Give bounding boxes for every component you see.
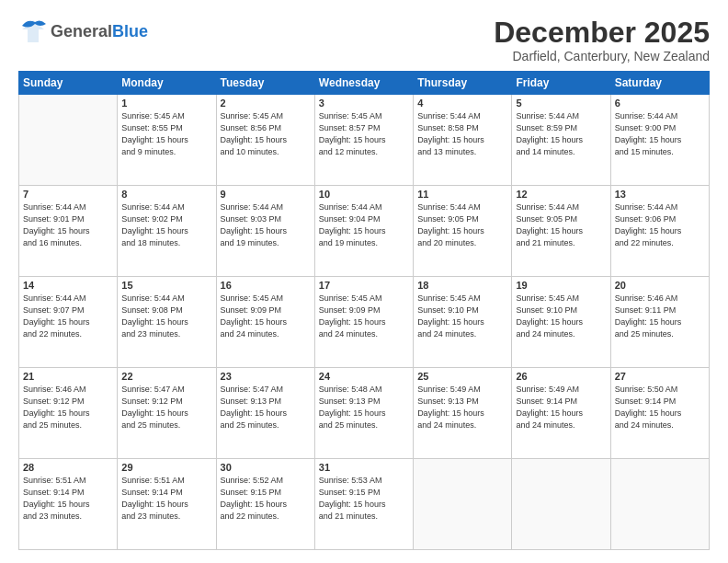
day-info: Sunrise: 5:44 AM Sunset: 9:07 PM Dayligh… — [23, 293, 113, 340]
logo: GeneralBlue — [18, 17, 148, 46]
month-title: December 2025 — [494, 17, 710, 49]
day-number: 18 — [417, 280, 507, 291]
table-row — [610, 459, 709, 550]
table-row: 11Sunrise: 5:44 AM Sunset: 9:05 PM Dayli… — [414, 186, 512, 277]
day-info: Sunrise: 5:45 AM Sunset: 9:10 PM Dayligh… — [417, 293, 507, 340]
table-row: 22Sunrise: 5:47 AM Sunset: 9:12 PM Dayli… — [118, 368, 216, 459]
day-number: 31 — [319, 462, 409, 473]
day-number: 24 — [319, 371, 409, 382]
day-info: Sunrise: 5:44 AM Sunset: 9:03 PM Dayligh… — [221, 201, 311, 249]
day-number: 15 — [121, 280, 211, 291]
logo-svg — [18, 17, 48, 46]
day-number: 2 — [221, 98, 311, 109]
day-info: Sunrise: 5:46 AM Sunset: 9:12 PM Dayligh… — [23, 384, 113, 431]
calendar-week-row: 21Sunrise: 5:46 AM Sunset: 9:12 PM Dayli… — [19, 368, 710, 459]
location: Darfield, Canterbury, New Zealand — [494, 49, 710, 63]
calendar-week-row: 7Sunrise: 5:44 AM Sunset: 9:01 PM Daylig… — [19, 186, 710, 277]
day-number: 6 — [615, 98, 705, 109]
day-number: 30 — [221, 462, 311, 473]
day-info: Sunrise: 5:44 AM Sunset: 9:02 PM Dayligh… — [121, 201, 211, 249]
day-info: Sunrise: 5:49 AM Sunset: 9:13 PM Dayligh… — [417, 384, 507, 431]
table-row: 28Sunrise: 5:51 AM Sunset: 9:14 PM Dayli… — [19, 459, 118, 550]
day-info: Sunrise: 5:44 AM Sunset: 9:08 PM Dayligh… — [121, 293, 211, 340]
calendar-week-row: 28Sunrise: 5:51 AM Sunset: 9:14 PM Dayli… — [19, 459, 710, 550]
day-info: Sunrise: 5:50 AM Sunset: 9:14 PM Dayligh… — [615, 384, 705, 431]
table-row: 12Sunrise: 5:44 AM Sunset: 9:05 PM Dayli… — [512, 186, 610, 277]
table-row: 18Sunrise: 5:45 AM Sunset: 9:10 PM Dayli… — [414, 277, 512, 368]
table-row: 30Sunrise: 5:52 AM Sunset: 9:15 PM Dayli… — [216, 459, 314, 550]
day-info: Sunrise: 5:47 AM Sunset: 9:13 PM Dayligh… — [221, 384, 311, 431]
day-info: Sunrise: 5:45 AM Sunset: 9:10 PM Dayligh… — [516, 293, 606, 340]
table-row — [414, 459, 512, 550]
day-number: 25 — [417, 371, 507, 382]
day-number: 10 — [319, 189, 409, 200]
col-monday: Monday — [118, 72, 216, 95]
day-number: 7 — [23, 189, 113, 200]
day-info: Sunrise: 5:44 AM Sunset: 9:05 PM Dayligh… — [417, 201, 507, 249]
day-info: Sunrise: 5:45 AM Sunset: 9:09 PM Dayligh… — [319, 293, 409, 340]
day-info: Sunrise: 5:48 AM Sunset: 9:13 PM Dayligh… — [319, 384, 409, 431]
table-row: 16Sunrise: 5:45 AM Sunset: 9:09 PM Dayli… — [216, 277, 314, 368]
col-tuesday: Tuesday — [216, 72, 314, 95]
table-row: 2Sunrise: 5:45 AM Sunset: 8:56 PM Daylig… — [216, 95, 314, 186]
day-number: 4 — [417, 98, 507, 109]
day-info: Sunrise: 5:51 AM Sunset: 9:14 PM Dayligh… — [121, 475, 211, 523]
day-info: Sunrise: 5:44 AM Sunset: 9:05 PM Dayligh… — [516, 201, 606, 249]
table-row: 19Sunrise: 5:45 AM Sunset: 9:10 PM Dayli… — [512, 277, 610, 368]
table-row — [512, 459, 610, 550]
table-row: 4Sunrise: 5:44 AM Sunset: 8:58 PM Daylig… — [414, 95, 512, 186]
day-number: 27 — [615, 371, 705, 382]
day-number: 9 — [221, 189, 311, 200]
col-wednesday: Wednesday — [314, 72, 413, 95]
table-row: 26Sunrise: 5:49 AM Sunset: 9:14 PM Dayli… — [512, 368, 610, 459]
day-number: 11 — [417, 189, 507, 200]
page: GeneralBlue December 2025 Darfield, Cant… — [0, 0, 728, 563]
calendar-header-row: Sunday Monday Tuesday Wednesday Thursday… — [19, 72, 710, 95]
table-row: 7Sunrise: 5:44 AM Sunset: 9:01 PM Daylig… — [19, 186, 118, 277]
table-row: 13Sunrise: 5:44 AM Sunset: 9:06 PM Dayli… — [610, 186, 709, 277]
day-info: Sunrise: 5:45 AM Sunset: 8:55 PM Dayligh… — [121, 110, 211, 158]
day-info: Sunrise: 5:45 AM Sunset: 9:09 PM Dayligh… — [221, 293, 311, 340]
day-info: Sunrise: 5:52 AM Sunset: 9:15 PM Dayligh… — [221, 475, 311, 523]
day-info: Sunrise: 5:44 AM Sunset: 8:58 PM Dayligh… — [417, 110, 507, 158]
table-row: 3Sunrise: 5:45 AM Sunset: 8:57 PM Daylig… — [314, 95, 413, 186]
day-info: Sunrise: 5:44 AM Sunset: 9:00 PM Dayligh… — [615, 110, 705, 158]
header: GeneralBlue December 2025 Darfield, Cant… — [18, 17, 710, 63]
day-number: 3 — [319, 98, 409, 109]
day-info: Sunrise: 5:44 AM Sunset: 8:59 PM Dayligh… — [516, 110, 606, 158]
day-info: Sunrise: 5:45 AM Sunset: 8:56 PM Dayligh… — [221, 110, 311, 158]
day-number: 12 — [516, 189, 606, 200]
col-thursday: Thursday — [414, 72, 512, 95]
day-info: Sunrise: 5:44 AM Sunset: 9:01 PM Dayligh… — [23, 201, 113, 249]
day-number: 23 — [221, 371, 311, 382]
table-row — [19, 95, 118, 186]
day-number: 28 — [23, 462, 113, 473]
table-row: 1Sunrise: 5:45 AM Sunset: 8:55 PM Daylig… — [118, 95, 216, 186]
col-saturday: Saturday — [610, 72, 709, 95]
day-number: 13 — [615, 189, 705, 200]
col-sunday: Sunday — [19, 72, 118, 95]
table-row: 20Sunrise: 5:46 AM Sunset: 9:11 PM Dayli… — [610, 277, 709, 368]
col-friday: Friday — [512, 72, 610, 95]
day-info: Sunrise: 5:45 AM Sunset: 8:57 PM Dayligh… — [319, 110, 409, 158]
svg-point-1 — [39, 21, 42, 25]
day-info: Sunrise: 5:44 AM Sunset: 9:06 PM Dayligh… — [615, 201, 705, 249]
day-number: 20 — [615, 280, 705, 291]
day-number: 8 — [121, 189, 211, 200]
table-row: 10Sunrise: 5:44 AM Sunset: 9:04 PM Dayli… — [314, 186, 413, 277]
calendar-week-row: 14Sunrise: 5:44 AM Sunset: 9:07 PM Dayli… — [19, 277, 710, 368]
calendar: Sunday Monday Tuesday Wednesday Thursday… — [18, 71, 710, 550]
table-row: 24Sunrise: 5:48 AM Sunset: 9:13 PM Dayli… — [314, 368, 413, 459]
table-row: 17Sunrise: 5:45 AM Sunset: 9:09 PM Dayli… — [314, 277, 413, 368]
calendar-week-row: 1Sunrise: 5:45 AM Sunset: 8:55 PM Daylig… — [19, 95, 710, 186]
table-row: 14Sunrise: 5:44 AM Sunset: 9:07 PM Dayli… — [19, 277, 118, 368]
table-row: 21Sunrise: 5:46 AM Sunset: 9:12 PM Dayli… — [19, 368, 118, 459]
day-info: Sunrise: 5:49 AM Sunset: 9:14 PM Dayligh… — [516, 384, 606, 431]
day-info: Sunrise: 5:46 AM Sunset: 9:11 PM Dayligh… — [615, 293, 705, 340]
day-info: Sunrise: 5:47 AM Sunset: 9:12 PM Dayligh… — [121, 384, 211, 431]
day-number: 21 — [23, 371, 113, 382]
table-row: 8Sunrise: 5:44 AM Sunset: 9:02 PM Daylig… — [118, 186, 216, 277]
day-number: 1 — [121, 98, 211, 109]
day-number: 16 — [221, 280, 311, 291]
day-number: 29 — [121, 462, 211, 473]
